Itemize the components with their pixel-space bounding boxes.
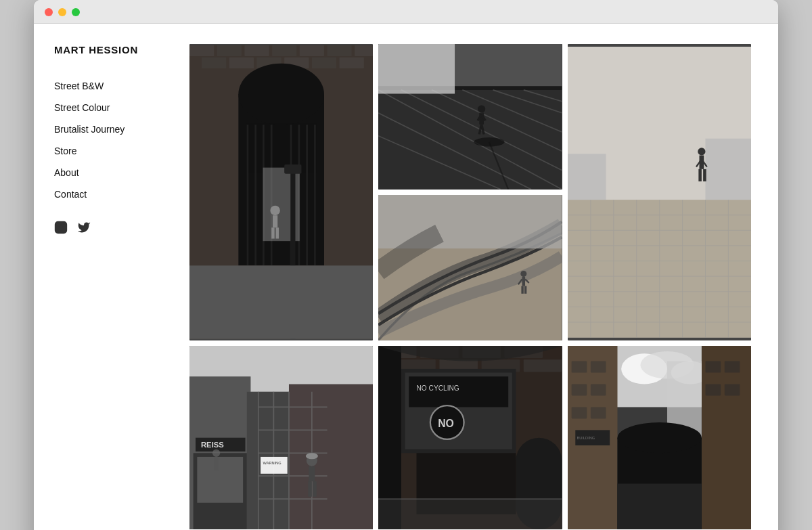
svg-rect-149 bbox=[571, 384, 587, 395]
svg-text:NO CYCLING: NO CYCLING bbox=[417, 384, 459, 391]
svg-rect-13 bbox=[229, 58, 254, 68]
photo-item-6[interactable]: NO CYCLING NO bbox=[378, 346, 562, 529]
photo-item-1[interactable] bbox=[189, 44, 373, 340]
svg-rect-12 bbox=[202, 58, 226, 68]
svg-rect-10 bbox=[327, 45, 351, 56]
photo-1-image bbox=[189, 44, 373, 340]
svg-rect-137 bbox=[378, 499, 562, 529]
svg-rect-148 bbox=[591, 361, 606, 372]
nav-link-contact[interactable]: Contact bbox=[54, 189, 87, 200]
main-nav: Street B&W Street Colour Brutalist Journ… bbox=[54, 80, 176, 200]
svg-rect-147 bbox=[571, 361, 587, 372]
site-title: MART HESSION bbox=[54, 44, 176, 56]
svg-point-19 bbox=[238, 64, 324, 125]
svg-rect-156 bbox=[724, 384, 740, 395]
svg-rect-8 bbox=[272, 45, 296, 56]
photo-6-image: NO CYCLING NO bbox=[378, 346, 562, 529]
svg-rect-79 bbox=[703, 169, 706, 181]
svg-point-116 bbox=[212, 449, 220, 456]
svg-rect-152 bbox=[591, 407, 606, 418]
photo-item-7[interactable]: BUILDING bbox=[568, 346, 751, 529]
sidebar: MART HESSION Street B&W Street Colour Br… bbox=[54, 44, 189, 529]
svg-point-1 bbox=[59, 225, 64, 230]
svg-rect-31 bbox=[189, 265, 373, 339]
svg-point-112 bbox=[306, 453, 318, 459]
nav-link-brutalist[interactable]: Brutalist Journey bbox=[54, 124, 125, 135]
svg-rect-78 bbox=[698, 169, 702, 181]
photo-7-image: BUILDING bbox=[568, 346, 751, 529]
svg-rect-17 bbox=[340, 58, 364, 68]
nav-link-about[interactable]: About bbox=[54, 167, 79, 178]
nav-item-brutalist[interactable]: Brutalist Journey bbox=[54, 123, 176, 135]
svg-rect-86 bbox=[522, 277, 526, 286]
svg-rect-11 bbox=[355, 45, 373, 56]
svg-rect-35 bbox=[276, 227, 279, 238]
svg-rect-151 bbox=[571, 407, 587, 418]
svg-point-158 bbox=[617, 422, 701, 453]
nav-item-store[interactable]: Store bbox=[54, 145, 176, 157]
svg-rect-33 bbox=[273, 215, 277, 227]
close-button[interactable] bbox=[45, 8, 53, 16]
svg-rect-153 bbox=[705, 361, 721, 372]
svg-rect-117 bbox=[214, 457, 219, 470]
svg-rect-154 bbox=[724, 361, 740, 372]
svg-rect-113 bbox=[309, 466, 315, 481]
svg-point-54 bbox=[474, 137, 505, 147]
svg-rect-115 bbox=[313, 481, 317, 497]
instagram-icon bbox=[54, 221, 68, 234]
photo-2-image bbox=[378, 44, 562, 190]
page-content: MART HESSION Street B&W Street Colour Br… bbox=[34, 24, 778, 530]
nav-item-street-bw[interactable]: Street B&W bbox=[54, 80, 176, 92]
nav-menu: Street B&W Street Colour Brutalist Journ… bbox=[54, 80, 176, 200]
svg-rect-127 bbox=[524, 359, 562, 372]
svg-rect-97 bbox=[197, 457, 243, 503]
nav-item-about[interactable]: About bbox=[54, 167, 176, 179]
photo-3-image bbox=[568, 44, 751, 340]
maximize-button[interactable] bbox=[72, 8, 80, 16]
nav-link-street-bw[interactable]: Street B&W bbox=[54, 81, 104, 91]
svg-point-2 bbox=[64, 224, 65, 225]
svg-rect-145 bbox=[702, 346, 751, 529]
svg-point-76 bbox=[698, 148, 705, 155]
photo-item-2[interactable] bbox=[378, 44, 562, 190]
nav-item-contact[interactable]: Contact bbox=[54, 188, 176, 200]
svg-rect-114 bbox=[308, 481, 312, 497]
twitter-icon bbox=[77, 221, 91, 234]
svg-rect-155 bbox=[705, 384, 721, 395]
svg-rect-47 bbox=[378, 44, 562, 86]
minimize-button[interactable] bbox=[58, 8, 66, 16]
svg-rect-34 bbox=[271, 227, 275, 238]
svg-text:WARNING: WARNING bbox=[263, 461, 281, 465]
svg-rect-6 bbox=[217, 45, 242, 56]
svg-text:REISS: REISS bbox=[201, 441, 224, 449]
photo-grid: REISS WARNING bbox=[189, 44, 751, 529]
svg-text:BUILDING: BUILDING bbox=[577, 436, 595, 440]
nav-link-store[interactable]: Store bbox=[54, 146, 76, 156]
svg-rect-30 bbox=[284, 164, 301, 174]
svg-rect-7 bbox=[244, 45, 269, 56]
instagram-link[interactable] bbox=[54, 221, 68, 237]
photo-item-4[interactable] bbox=[378, 195, 562, 340]
svg-rect-84 bbox=[378, 195, 562, 248]
photo-item-5[interactable]: REISS WARNING bbox=[189, 346, 373, 529]
svg-rect-109 bbox=[261, 457, 288, 474]
photo-4-image bbox=[378, 195, 562, 340]
nav-link-street-colour[interactable]: Street Colour bbox=[54, 102, 110, 113]
svg-rect-150 bbox=[591, 384, 606, 395]
svg-rect-130 bbox=[409, 376, 509, 407]
svg-rect-5 bbox=[189, 45, 214, 56]
photo-item-3[interactable] bbox=[568, 44, 751, 340]
svg-point-48 bbox=[478, 105, 485, 112]
nav-item-street-colour[interactable]: Street Colour bbox=[54, 102, 176, 114]
social-icons bbox=[54, 221, 176, 237]
twitter-link[interactable] bbox=[77, 221, 91, 237]
svg-text:NO: NO bbox=[438, 417, 455, 428]
svg-rect-9 bbox=[300, 45, 324, 56]
svg-rect-16 bbox=[312, 58, 336, 68]
svg-point-85 bbox=[521, 271, 527, 277]
svg-point-32 bbox=[270, 206, 279, 215]
svg-rect-95 bbox=[289, 384, 373, 529]
svg-rect-75 bbox=[705, 139, 751, 200]
photo-5-image: REISS WARNING bbox=[189, 346, 373, 529]
svg-rect-74 bbox=[568, 154, 606, 200]
